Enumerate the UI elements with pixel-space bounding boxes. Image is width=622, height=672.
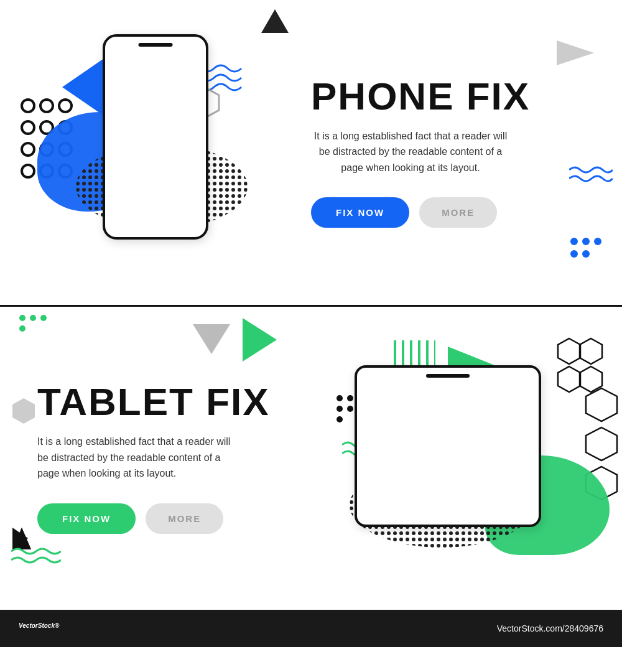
- rings-pattern: [19, 93, 75, 193]
- svg-point-10: [40, 165, 53, 177]
- banner-bottom: TABLET FIX It is a long established fact…: [0, 305, 622, 610]
- phone-illustration-area: [0, 0, 299, 305]
- tablet-mockup: [355, 365, 541, 527]
- svg-point-0: [22, 100, 34, 112]
- svg-point-55: [337, 416, 343, 422]
- svg-point-2: [59, 100, 72, 112]
- svg-point-8: [59, 143, 72, 156]
- phone-mockup: [103, 34, 208, 240]
- hex-pattern-side: [585, 387, 619, 511]
- svg-marker-47: [586, 427, 617, 460]
- svg-point-1: [40, 100, 53, 112]
- tablet-fix-buttons: FIX NOW MORE: [37, 503, 274, 534]
- tablet-fix-desc: It is a long established fact that a rea…: [37, 434, 236, 482]
- phone-more-button[interactable]: MORE: [419, 197, 497, 228]
- blue-dots-right: [569, 236, 603, 261]
- svg-point-51: [337, 395, 343, 401]
- svg-point-22: [570, 238, 578, 245]
- svg-point-5: [59, 121, 72, 134]
- svg-point-4: [40, 121, 53, 134]
- svg-point-11: [59, 165, 72, 177]
- svg-marker-45: [580, 366, 602, 392]
- tablet-illustration-area: [299, 306, 622, 610]
- svg-point-26: [582, 250, 590, 258]
- phone-fix-desc: It is a long established fact that a rea…: [311, 128, 510, 176]
- phone-fix-now-button[interactable]: FIX NOW: [311, 197, 409, 228]
- footer-logo-text: VectorStock®: [19, 622, 59, 635]
- svg-point-9: [22, 165, 34, 177]
- svg-marker-42: [558, 338, 580, 364]
- svg-point-3: [22, 121, 34, 134]
- svg-marker-46: [586, 388, 617, 421]
- svg-point-54: [347, 406, 353, 412]
- svg-marker-21: [557, 40, 594, 65]
- svg-point-23: [582, 238, 590, 245]
- svg-marker-44: [558, 366, 580, 392]
- hex-pattern-right: [557, 337, 606, 399]
- svg-point-52: [347, 395, 353, 401]
- tablet-fix-now-button[interactable]: FIX NOW: [37, 503, 136, 534]
- footer-url: VectorStock.com/28409676: [497, 623, 603, 633]
- svg-point-25: [570, 250, 578, 258]
- footer-logo: VectorStock®: [19, 622, 59, 635]
- tablet-fix-content: TABLET FIX It is a long established fact…: [0, 306, 299, 610]
- banner-top: PHONE FIX It is a long established fact …: [0, 0, 622, 305]
- trademark: ®: [55, 622, 59, 629]
- svg-point-6: [22, 143, 34, 156]
- gray-arrow-right: [557, 34, 606, 72]
- svg-point-53: [337, 406, 343, 412]
- svg-marker-48: [586, 467, 617, 500]
- tablet-fix-title: TABLET FIX: [37, 383, 274, 421]
- svg-point-24: [594, 238, 601, 245]
- phone-fix-content: PHONE FIX It is a long established fact …: [299, 0, 622, 305]
- tablet-more-button[interactable]: MORE: [146, 503, 223, 534]
- svg-point-7: [40, 143, 53, 156]
- wavy-right: [569, 165, 613, 187]
- vectorstock-text: VectorStock: [19, 622, 55, 629]
- phone-fix-title: PHONE FIX: [311, 77, 597, 116]
- footer: VectorStock® VectorStock.com/28409676: [0, 610, 622, 647]
- phone-fix-buttons: FIX NOW MORE: [311, 197, 597, 228]
- svg-marker-43: [580, 338, 602, 364]
